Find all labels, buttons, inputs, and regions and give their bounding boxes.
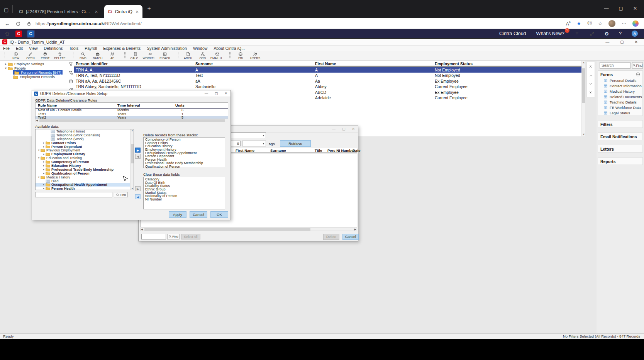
toolbar-button-email-h-[interactable]: EMAIL H...	[210, 52, 225, 60]
menu-item-expenses-benefits[interactable]: Expenses & Benefits	[100, 46, 144, 51]
help-icon[interactable]: ?	[619, 31, 622, 36]
gear-icon[interactable]: ⚙	[605, 31, 609, 37]
available-data-item-education-and-training[interactable]: ▾Education and Training	[36, 156, 134, 160]
toolbar-button-fbi[interactable]: FBI	[233, 52, 248, 60]
dialog-close-button[interactable]: ✕	[224, 92, 227, 95]
retrieve-horizontal-scrollbar[interactable]: ◀ ▶	[140, 228, 357, 231]
browser-profile-avatar[interactable]	[608, 20, 615, 27]
back-icon[interactable]: ←	[5, 20, 10, 27]
go-previous-button[interactable]	[588, 73, 593, 78]
toolbar-button-delete[interactable]: DELETE	[53, 52, 67, 60]
toolbar-button-find[interactable]: FIND	[76, 52, 90, 60]
go-last-button[interactable]	[588, 90, 593, 95]
retrieve-employees-button[interactable]: Retrieve Employees	[280, 140, 311, 147]
select-all-button[interactable]: Select All	[181, 234, 200, 239]
rules-column-units[interactable]: Units	[173, 103, 229, 108]
browser-tab-cintra-iq[interactable]: Ci Cintra iQ ✕	[104, 5, 143, 18]
toolbar-button-workfl-[interactable]: WORKFL...	[143, 52, 158, 60]
url-text[interactable]: https://payrollengine.cintra.co.uk/RDWeb…	[36, 21, 142, 26]
column-header-person-identifier[interactable]: Person Identifier	[76, 61, 108, 66]
home-icon[interactable]	[5, 31, 10, 36]
employee-row[interactable]: TRN Abbey, Santaniello, NY111111DSantani…	[74, 84, 581, 89]
sidebar-section-title[interactable]: Filters	[598, 121, 642, 127]
sidebar-form-link-teaching-details[interactable]: Teaching Details	[598, 99, 642, 105]
whats-new-link[interactable]: What's New?1	[536, 31, 564, 36]
rules-column-time-interval[interactable]: Time Interval	[115, 103, 173, 108]
menu-item-window[interactable]: Window	[190, 46, 210, 51]
add-stack-button[interactable]: ▶	[135, 148, 141, 153]
extension-icon[interactable]: Ⓒ	[587, 20, 592, 27]
menu-item-system-administration[interactable]: System Administration	[144, 46, 190, 51]
tree-collapsed-icon[interactable]: ▸	[42, 145, 46, 148]
calendar-icon[interactable]	[68, 79, 73, 84]
sidebar-section-title[interactable]: Letters	[598, 145, 642, 152]
scroll-down-icon[interactable]: ▼	[582, 132, 586, 136]
available-data-item-education-history[interactable]: ▸Education History	[36, 164, 134, 168]
interval-count-input[interactable]	[230, 141, 241, 146]
scrollbar-thumb[interactable]	[131, 144, 134, 163]
employee-row[interactable]: TRN A, A,AANot Employed	[74, 67, 581, 73]
tree-collapsed-icon[interactable]: ▸	[42, 168, 46, 171]
retrieve-find-input[interactable]	[141, 234, 166, 239]
retrieve-cancel-button[interactable]: Cancel	[342, 234, 359, 240]
tab-close-icon[interactable]: ✕	[95, 10, 98, 14]
app-close-button[interactable]: ✕	[635, 40, 638, 44]
go-first-button[interactable]	[588, 64, 593, 69]
scroll-right-icon[interactable]: ▶	[354, 228, 356, 231]
filter-clear-icon[interactable]	[68, 70, 73, 75]
tree-collapsed-icon[interactable]: ▸	[42, 160, 46, 163]
sidebar-section-title[interactable]: Forms	[598, 71, 642, 78]
retrieve-column-pers-ni-number[interactable]: Pers NI Number	[327, 148, 355, 153]
sidebar-tree-item-employer-settings[interactable]: ▸Employer Settings	[4, 62, 68, 66]
retrieve-delete-button[interactable]: Delete	[323, 234, 339, 240]
retrieve-find-button[interactable]: Find	[167, 234, 180, 239]
toolbar-button-r-pack[interactable]: R PACK	[158, 52, 172, 60]
retrieve-column-first-name[interactable]: First Name	[236, 148, 254, 153]
available-data-item-occupational-health-appointment[interactable]: ▸Occupational Health Appointment	[36, 183, 134, 187]
available-data-item-telephone-work-extension-[interactable]: Telephone (Work Extension)	[36, 133, 134, 137]
gdpr-find-input[interactable]	[35, 192, 112, 197]
sidebar-form-link-contact-information[interactable]: Contact Information	[598, 83, 642, 88]
apply-button[interactable]: Apply	[169, 211, 186, 218]
ok-button[interactable]: OK	[210, 211, 228, 218]
scroll-down-icon[interactable]: ▼	[130, 187, 134, 190]
scrollbar-thumb[interactable]	[144, 228, 310, 231]
scroll-left-icon[interactable]: ◀	[141, 228, 143, 231]
employee-table-scrollbar[interactable]: ▲ ▼	[581, 61, 585, 136]
dialog-maximize-button[interactable]: ▢	[342, 127, 346, 131]
available-data-item-employment-history[interactable]: ▸Employment History	[36, 152, 134, 156]
refresh-icon[interactable]	[15, 21, 21, 26]
delete-stacks-list[interactable]: Competency of PersonContact PointsEducat…	[143, 137, 225, 168]
menu-item-view[interactable]: View	[26, 46, 41, 51]
app-maximize-button[interactable]: ▢	[620, 40, 624, 44]
sidebar-form-link-personal-details[interactable]: Personal Details	[598, 78, 642, 83]
clear-fields-list[interactable]: CategoryDate Of BirthDisability StatusEt…	[143, 177, 225, 209]
available-data-item-telephone-home-[interactable]: Telephone (Home)	[36, 129, 134, 133]
available-data-item-contact-points[interactable]: ▸Contact Points	[36, 141, 134, 145]
cintra-blue-app-tile[interactable]: C	[27, 31, 34, 37]
cancel-button[interactable]: Cancel	[190, 211, 207, 218]
sidebar-find-button[interactable]: Find	[632, 62, 643, 69]
browser-close-button[interactable]: ✕	[633, 6, 637, 11]
rule-row[interactable]: Test1Years1	[36, 112, 228, 116]
menu-item-tools[interactable]: Tools	[66, 46, 82, 51]
user-avatar[interactable]: A	[632, 31, 638, 37]
rules-horizontal-scrollbar[interactable]: ◀	[35, 119, 228, 122]
text-zoom-icon[interactable]: Aᵃ	[566, 20, 571, 27]
available-data-item-died[interactable]: Died	[36, 179, 134, 183]
sidebar-section-title[interactable]: Email Notifications	[598, 133, 642, 140]
dialog-minimize-button[interactable]: —	[205, 92, 208, 95]
cintra-cloud-link[interactable]: Cintra Cloud	[499, 31, 526, 36]
criteria-dropdown[interactable]: ▼	[230, 132, 266, 138]
sidebar-search-input[interactable]	[600, 62, 630, 69]
tree-collapsed-icon[interactable]: ▸	[42, 183, 46, 186]
available-data-item-competency-of-person[interactable]: ▸Competency of Person	[36, 160, 134, 164]
menu-item-edit[interactable]: Edit	[13, 46, 26, 51]
go-next-button[interactable]	[588, 82, 593, 86]
menu-item-payroll[interactable]: Payroll	[81, 46, 100, 51]
interval-unit-dropdown[interactable]: ▼	[242, 141, 266, 146]
toolbar-button-print[interactable]: PRINT	[38, 52, 53, 60]
employee-row[interactable]: TRN aA, Aa, AB123456CaAAaEx Employee	[74, 78, 581, 84]
toolbar-button-batch[interactable]: BATCH	[90, 52, 105, 60]
dialog-close-button[interactable]: ✕	[352, 127, 355, 131]
